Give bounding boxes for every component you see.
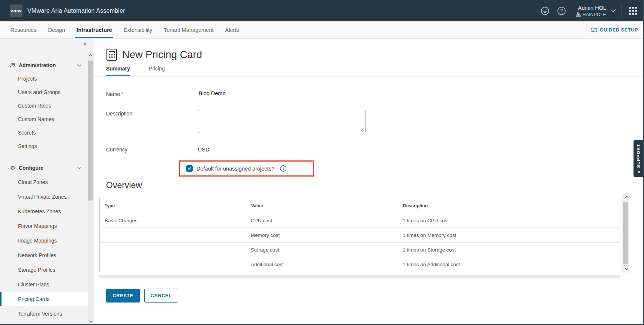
expand-chevrons-icon: « bbox=[635, 171, 641, 174]
support-tab-label: SUPPORT bbox=[636, 144, 641, 168]
table-scroll-up-button[interactable] bbox=[624, 194, 630, 200]
cancel-button[interactable]: CANCEL bbox=[144, 289, 178, 303]
column-header-value: Value bbox=[246, 198, 398, 213]
nav-tab-resources[interactable]: Resources bbox=[10, 21, 36, 38]
table-cell: CPU cost bbox=[246, 213, 398, 228]
table-cell: 1 times on CPU cost bbox=[398, 213, 620, 228]
table-cell: 1 times on Memory cost bbox=[398, 228, 620, 243]
chevron-down-icon bbox=[77, 166, 82, 169]
sidebar: « Administration ProjectsUsers and Group… bbox=[0, 39, 94, 325]
table-row: Basic ChargesCPU cost1 times on CPU cost bbox=[100, 213, 620, 228]
table-cell bbox=[100, 257, 246, 272]
help-button[interactable]: ? bbox=[553, 0, 570, 21]
sidebar-item-kubernetes-zones[interactable]: Kubernetes Zones bbox=[0, 204, 88, 219]
table-cell: Basic Charges bbox=[100, 213, 246, 228]
description-field[interactable] bbox=[198, 110, 365, 133]
table-horizontal-scrollbar[interactable] bbox=[99, 275, 620, 278]
sidebar-scrollbar[interactable] bbox=[88, 52, 94, 325]
table-cell: Additional cost bbox=[246, 257, 398, 272]
required-marker: * bbox=[121, 91, 123, 97]
nav-tab-extensibility[interactable]: Extensibility bbox=[124, 21, 153, 38]
name-field[interactable]: Blog Demo bbox=[198, 87, 365, 99]
users-icon bbox=[10, 62, 16, 68]
table-header-row: TypeValueDescription bbox=[100, 198, 620, 213]
sidebar-item-virtual-private-zones[interactable]: Virtual Private Zones bbox=[0, 189, 88, 204]
sidebar-item-pricing-cards[interactable]: Pricing Cards bbox=[0, 292, 88, 306]
sidebar-scroll-thumb[interactable] bbox=[88, 61, 93, 201]
sidebar-item-custom-roles[interactable]: Custom Roles bbox=[0, 99, 88, 112]
tabs-divider bbox=[94, 76, 644, 76]
calculator-icon bbox=[106, 48, 117, 61]
name-field-value: Blog Demo bbox=[199, 90, 226, 96]
sidebar-item-image-mappings[interactable]: Image Mappings bbox=[0, 233, 88, 248]
tenant-name: RAINPOLE bbox=[583, 12, 606, 18]
sidebar-section-configure[interactable]: ⚙ Configure bbox=[0, 161, 88, 175]
vmware-logo: vmw bbox=[10, 4, 22, 17]
table-cell bbox=[100, 228, 246, 243]
name-label: Name* bbox=[106, 91, 123, 97]
page-tabs: SummaryPricing bbox=[106, 66, 165, 76]
sidebar-section-label: Administration bbox=[19, 62, 56, 68]
currency-label: Currency bbox=[106, 147, 127, 153]
sidebar-section-label: Configure bbox=[19, 165, 43, 171]
sidebar-item-terraform-versions[interactable]: Terraform Versions bbox=[0, 306, 88, 321]
main-content: New Pricing Card SummaryPricing Name* Bl… bbox=[94, 39, 644, 325]
sidebar-item-projects[interactable]: Projects bbox=[0, 72, 88, 85]
info-icon[interactable] bbox=[280, 165, 287, 172]
user-name: Admin HOL bbox=[576, 4, 606, 12]
sidebar-item-storage-profiles[interactable]: Storage Profiles bbox=[0, 262, 88, 277]
table-scroll-thumb[interactable] bbox=[623, 202, 628, 264]
smiley-icon bbox=[541, 6, 550, 15]
overview-heading: Overview bbox=[106, 180, 142, 190]
primary-nav-items: ResourcesDesignInfrastructureExtensibili… bbox=[10, 21, 239, 38]
sidebar-item-flavor-mappings[interactable]: Flavor Mappings bbox=[0, 219, 88, 233]
table-cell: 1 times on Additional cost bbox=[398, 257, 620, 272]
gear-icon: ⚙ bbox=[10, 165, 16, 171]
sidebar-collapse-button[interactable]: « bbox=[83, 39, 87, 48]
nav-tab-infrastructure[interactable]: Infrastructure bbox=[76, 21, 112, 38]
sidebar-item-custom-names[interactable]: Custom Names bbox=[0, 112, 88, 126]
sidebar-scroll-down-button[interactable] bbox=[88, 318, 94, 324]
feedback-button[interactable] bbox=[537, 0, 553, 21]
app-title: VMware Aria Automation Assembler bbox=[27, 7, 125, 14]
nav-tab-design[interactable]: Design bbox=[48, 21, 65, 38]
table-row: Additional cost1 times on Additional cos… bbox=[100, 257, 620, 272]
guided-setup-label: GUIDED SETUP bbox=[600, 27, 638, 33]
app-switcher-button[interactable] bbox=[622, 0, 644, 21]
sidebar-item-cloud-zones[interactable]: Cloud Zones bbox=[0, 175, 88, 189]
sidebar-section-administration[interactable]: Administration bbox=[0, 58, 88, 72]
tab-summary[interactable]: Summary bbox=[106, 66, 130, 76]
default-for-unassigned-checkbox[interactable] bbox=[186, 165, 193, 172]
table-cell: Storage cost bbox=[246, 243, 398, 257]
map-icon bbox=[591, 27, 597, 33]
tab-pricing[interactable]: Pricing bbox=[149, 66, 165, 76]
nav-tab-alerts[interactable]: Alerts bbox=[225, 21, 239, 38]
guided-setup-link[interactable]: GUIDED SETUP bbox=[591, 27, 638, 33]
default-checkbox-label: Default for unassigned projects? bbox=[196, 166, 274, 172]
user-menu[interactable]: Admin HOL RAINPOLE bbox=[576, 4, 621, 18]
app-header: vmw VMware Aria Automation Assembler ? bbox=[0, 0, 644, 21]
nav-tab-tenant-management[interactable]: Tenant Management bbox=[164, 21, 213, 38]
table-scroll-down-button[interactable] bbox=[624, 266, 630, 272]
sidebar-item-secrets[interactable]: Secrets bbox=[0, 126, 88, 139]
resize-handle-icon[interactable] bbox=[360, 128, 364, 132]
create-button[interactable]: CREATE bbox=[106, 289, 140, 303]
sidebar-scroll-up-button[interactable] bbox=[88, 52, 94, 58]
column-header-type: Type bbox=[100, 198, 246, 213]
sidebar-item-settings[interactable]: Settings bbox=[0, 139, 88, 153]
table-scrollbar[interactable] bbox=[622, 193, 629, 273]
sidebar-item-users-and-groups[interactable]: Users and Groups bbox=[0, 85, 88, 99]
table-row: Memory cost1 times on Memory cost bbox=[100, 228, 620, 243]
sidebar-item-cluster-plans[interactable]: Cluster Plans bbox=[0, 277, 88, 292]
page-title: New Pricing Card bbox=[122, 49, 202, 61]
column-header-description: Description bbox=[398, 198, 620, 213]
support-tab[interactable]: « SUPPORT bbox=[634, 140, 643, 177]
overview-table: TypeValueDescription Basic ChargesCPU co… bbox=[99, 198, 620, 272]
sidebar-item-network-profiles[interactable]: Network Profiles bbox=[0, 248, 88, 262]
svg-text:?: ? bbox=[560, 8, 563, 13]
table-row: Storage cost1 times on Storage cost bbox=[100, 243, 620, 257]
waffle-icon bbox=[629, 7, 637, 15]
sidebar-menu: Administration ProjectsUsers and GroupsC… bbox=[0, 51, 88, 325]
table-body: Basic ChargesCPU cost1 times on CPU cost… bbox=[100, 213, 620, 272]
table-cell: 1 times on Storage cost bbox=[398, 243, 620, 257]
